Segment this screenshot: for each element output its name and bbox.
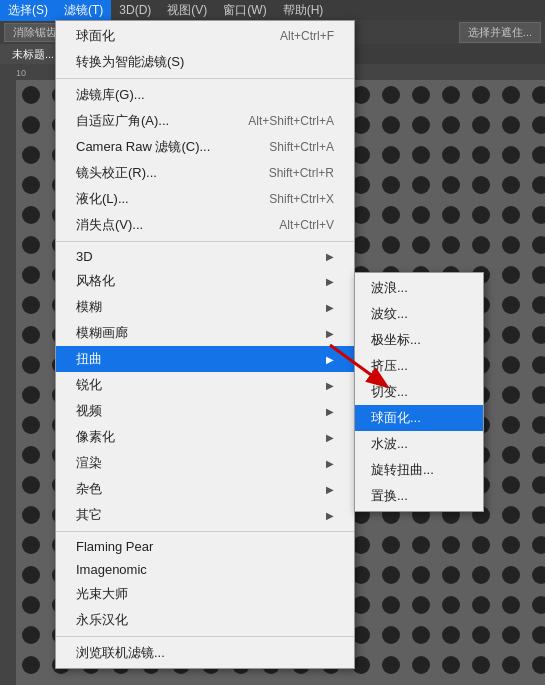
menu-item-browse-online[interactable]: 浏览联机滤镜... (56, 640, 354, 666)
submenu-spherize[interactable]: 球面化... (355, 405, 483, 431)
menu-help[interactable]: 帮助(H) (275, 0, 332, 21)
menu-item-filter-gallery[interactable]: 滤镜库(G)... (56, 82, 354, 108)
menu-bar: 选择(S) 滤镜(T) 3D(D) 视图(V) 窗口(W) 帮助(H) (0, 0, 545, 20)
menu-item-lightbeam[interactable]: 光束大师 (56, 581, 354, 607)
menu-item-pixelate[interactable]: 像素化 ▶ (56, 424, 354, 450)
menu-view[interactable]: 视图(V) (159, 0, 215, 21)
separator-1 (56, 78, 354, 79)
submenu-ripple[interactable]: 波纹... (355, 301, 483, 327)
red-arrow-indicator (310, 340, 410, 400)
menu-item-spherize-shortcut[interactable]: 球面化 Alt+Ctrl+F (56, 23, 354, 49)
menu-item-camera-raw[interactable]: Camera Raw 滤镜(C)... Shift+Ctrl+A (56, 134, 354, 160)
submenu-zigzag[interactable]: 水波... (355, 431, 483, 457)
menu-select[interactable]: 选择(S) (0, 0, 56, 21)
menu-item-other[interactable]: 其它 ▶ (56, 502, 354, 528)
menu-item-convert-smart[interactable]: 转换为智能滤镜(S) (56, 49, 354, 75)
separator-3 (56, 531, 354, 532)
menu-item-noise[interactable]: 杂色 ▶ (56, 476, 354, 502)
submenu-twirl[interactable]: 旋转扭曲... (355, 457, 483, 483)
submenu-displace[interactable]: 置换... (355, 483, 483, 509)
menu-item-video[interactable]: 视频 ▶ (56, 398, 354, 424)
menu-item-stylize[interactable]: 风格化 ▶ (56, 268, 354, 294)
menu-item-render[interactable]: 渲染 ▶ (56, 450, 354, 476)
menu-item-blur[interactable]: 模糊 ▶ (56, 294, 354, 320)
menu-item-adaptive-wide[interactable]: 自适应广角(A)... Alt+Shift+Ctrl+A (56, 108, 354, 134)
ruler-vertical (0, 64, 16, 685)
separator-2 (56, 241, 354, 242)
menu-3d[interactable]: 3D(D) (111, 1, 159, 19)
menu-item-flaming-pear[interactable]: Flaming Pear (56, 535, 354, 558)
menu-item-vanishing-point[interactable]: 消失点(V)... Alt+Ctrl+V (56, 212, 354, 238)
menu-window[interactable]: 窗口(W) (215, 0, 274, 21)
toolbar-select-mask-btn[interactable]: 选择并遮住... (459, 22, 541, 43)
submenu-waves[interactable]: 波浪... (355, 275, 483, 301)
menu-item-3d[interactable]: 3D ▶ (56, 245, 354, 268)
svg-line-4 (330, 345, 385, 385)
menu-filter[interactable]: 滤镜(T) (56, 0, 111, 21)
menu-item-lens-correction[interactable]: 镜头校正(R)... Shift+Ctrl+R (56, 160, 354, 186)
menu-item-yongle[interactable]: 永乐汉化 (56, 607, 354, 633)
ruler-tick-10: 10 (16, 68, 56, 80)
menu-item-liquify[interactable]: 液化(L)... Shift+Ctrl+X (56, 186, 354, 212)
separator-4 (56, 636, 354, 637)
menu-item-imagenomic[interactable]: Imagenomic (56, 558, 354, 581)
